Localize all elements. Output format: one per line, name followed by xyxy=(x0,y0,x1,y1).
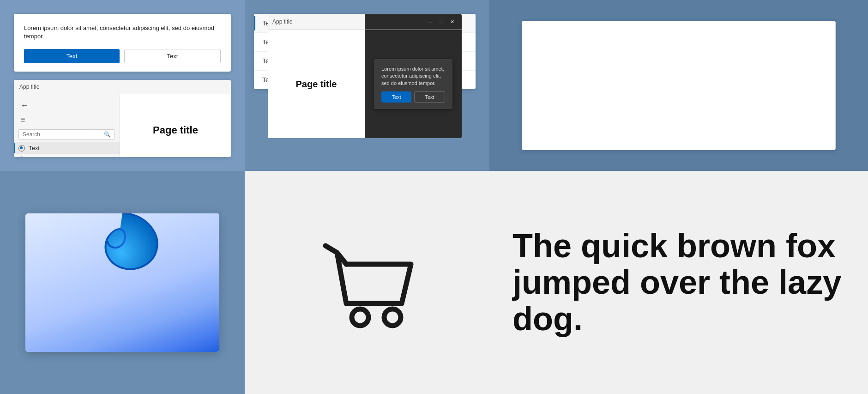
cell-bottom-middle xyxy=(245,171,489,394)
cell-top-right xyxy=(489,0,868,171)
app-content-area: Page title xyxy=(120,94,231,157)
app-shell-card: App title ← ≡ 🔍 xyxy=(14,80,231,157)
dark-popup-text: Lorem ipsum dolor sit amet, consectetur … xyxy=(381,66,445,87)
dialog-card: Lorem ipsum dolor sit amet, consectetur … xyxy=(14,14,231,72)
dialog-body-text: Lorem ipsum dolor sit amet, consectetur … xyxy=(24,24,221,41)
cell-bottom-left xyxy=(0,171,245,394)
dark-popup-buttons: Text Text xyxy=(381,91,445,103)
browser-window xyxy=(25,213,219,352)
svg-point-1 xyxy=(384,309,401,326)
dialog-window-body: Page title Lorem ipsum dolor sit amet, c… xyxy=(268,30,462,138)
dialog-secondary-button[interactable]: Text xyxy=(124,49,221,63)
dialog-page-title: Page title xyxy=(296,79,337,90)
browser-gradient xyxy=(25,213,219,352)
radio-1 xyxy=(18,145,25,152)
dialog-dark-half: Lorem ipsum dolor sit amet, consectetur … xyxy=(365,30,462,138)
app-shell-body: ← ≡ 🔍 Text xyxy=(14,94,231,157)
window-controls: — □ ✕ xyxy=(425,17,457,27)
sidebar-item-label-2: Text xyxy=(29,156,40,157)
search-icon: 🔍 xyxy=(104,131,111,138)
sidebar-item-label-1: Text xyxy=(29,145,40,152)
cell-bottom-right: The quick brown fox jumped over the lazy… xyxy=(489,171,868,394)
sidebar-search-box[interactable]: 🔍 xyxy=(18,129,115,139)
back-button[interactable]: ← xyxy=(14,98,120,113)
maximize-button[interactable]: □ xyxy=(436,17,446,27)
minimize-button[interactable]: — xyxy=(425,17,435,27)
dark-popup-primary[interactable]: Text xyxy=(381,91,411,103)
sidebar-item-1[interactable]: Text xyxy=(14,142,120,154)
app-shell-title: App title xyxy=(19,84,39,90)
main-grid: Lorem ipsum dolor sit amet, consectetur … xyxy=(0,0,868,394)
hamburger-button[interactable]: ≡ xyxy=(14,113,120,127)
svg-point-0 xyxy=(352,309,368,326)
page-title: Page title xyxy=(153,124,198,136)
dialog-light-half: Page title xyxy=(268,30,365,138)
radio-2 xyxy=(18,157,25,157)
search-input[interactable] xyxy=(23,131,104,138)
cell-top-left: Lorem ipsum dolor sit amet, consectetur … xyxy=(0,0,245,171)
shopping-cart-icon xyxy=(312,227,422,338)
dialog-buttons: Text Text xyxy=(24,49,221,63)
dialog-window-title: App title xyxy=(272,18,292,25)
dark-popup: Lorem ipsum dolor sit amet, consectetur … xyxy=(374,59,452,109)
dark-popup-secondary[interactable]: Text xyxy=(414,91,445,103)
app-shell-titlebar: App title xyxy=(14,80,231,94)
hamburger-icon: ≡ xyxy=(20,115,25,124)
sidebar-item-2[interactable]: Text xyxy=(14,154,120,157)
edge-logo-icon xyxy=(85,213,159,280)
close-button[interactable]: ✕ xyxy=(447,17,457,27)
dialog-window: App title — □ ✕ Page title Lorem ipsum d… xyxy=(268,14,462,139)
cart-icon-wrapper xyxy=(312,227,422,338)
cell-top-middle: Text Text Text Text App title — □ xyxy=(245,0,489,171)
pangram-text: The quick brown fox jumped over the lazy… xyxy=(512,228,845,338)
app-sidebar: ← ≡ 🔍 Text xyxy=(14,94,120,157)
dialog-titlebar: App title — □ ✕ xyxy=(268,14,462,30)
blank-window xyxy=(522,21,836,150)
back-icon: ← xyxy=(20,101,29,110)
dialog-primary-button[interactable]: Text xyxy=(24,49,120,63)
